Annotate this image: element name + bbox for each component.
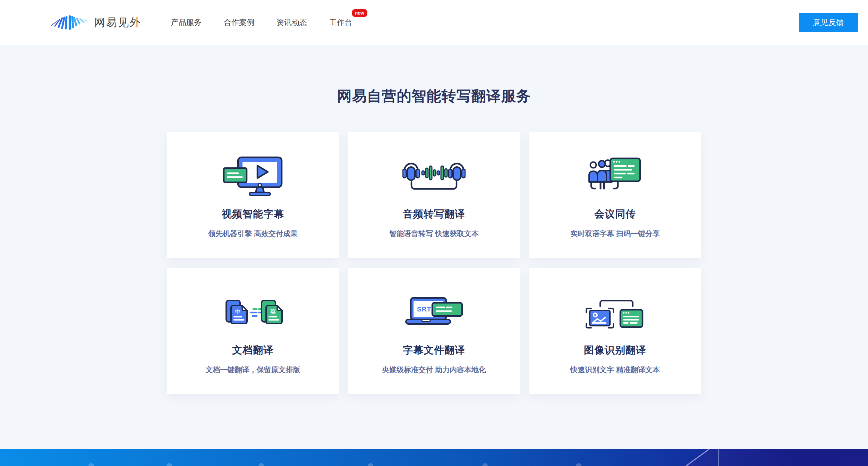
- nav-item-label: 工作台: [329, 18, 352, 27]
- footer-dot: [258, 463, 264, 466]
- doc-right-label: 英: [270, 309, 276, 315]
- card-subtitle: 文档一键翻译，保留原文排版: [206, 365, 300, 375]
- footer-dot: [167, 463, 172, 466]
- footer-dot: [88, 463, 94, 466]
- nav-item-products[interactable]: 产品服务: [171, 17, 202, 28]
- feedback-button[interactable]: 意见反馈: [799, 13, 858, 32]
- main-nav: 产品服务 合作案例 资讯动态 工作台 new: [171, 17, 374, 28]
- nav-item-label: 产品服务: [171, 18, 202, 27]
- card-title: 字幕文件翻译: [403, 343, 465, 357]
- service-card-grid: 视频智能字幕 领先机器引擎 高效交付成果: [167, 132, 701, 394]
- card-subtitle: 实时双语字幕 扫码一键分享: [570, 229, 660, 239]
- service-card-image-ocr[interactable]: 图像识别翻译 快速识别文字 精准翻译文本: [529, 268, 701, 394]
- footer-dot: [482, 463, 488, 466]
- footer-vertical-line: [718, 449, 719, 466]
- nav-item-label: 合作案例: [224, 18, 254, 27]
- brand-name: 网易见外: [94, 15, 142, 30]
- card-subtitle: 快速识别文字 精准翻译文本: [570, 365, 660, 375]
- service-card-audio-transcribe[interactable]: 音频转写翻译 智能语音转写 快速获取文本: [348, 132, 520, 258]
- card-title: 音频转写翻译: [403, 207, 465, 221]
- subtitle-file-translate-icon: SRT: [403, 291, 465, 333]
- meeting-interpretation-icon: [587, 155, 643, 197]
- footer-dot: [368, 463, 373, 466]
- document-translate-icon: 中 英: [223, 291, 283, 333]
- main-section: 网易自营的智能转写翻译服务 视频智能字幕: [0, 45, 868, 394]
- nav-item-cases[interactable]: 合作案例: [224, 17, 254, 28]
- card-title: 会议同传: [594, 207, 636, 221]
- service-card-subtitle-file[interactable]: SRT 字幕文件翻译 央媒级标准交付 助力内容本地化: [348, 268, 520, 394]
- new-badge: new: [352, 9, 367, 17]
- nav-item-news[interactable]: 资讯动态: [276, 17, 307, 28]
- nav-item-label: 资讯动态: [276, 18, 307, 27]
- audio-transcribe-icon: [402, 155, 466, 197]
- nav-item-workbench[interactable]: 工作台 new: [329, 17, 352, 28]
- footer-dark-panel: [674, 449, 868, 466]
- card-title: 图像识别翻译: [584, 343, 646, 357]
- brand-logo-icon: [49, 15, 90, 30]
- laptop-screen-label: SRT: [417, 306, 431, 313]
- card-title: 文档翻译: [232, 343, 274, 357]
- page-title: 网易自营的智能转写翻译服务: [0, 88, 868, 105]
- card-subtitle: 央媒级标准交付 助力内容本地化: [382, 365, 486, 375]
- brand[interactable]: 网易见外: [49, 15, 142, 30]
- image-ocr-translate-icon: [585, 291, 646, 333]
- card-title: 视频智能字幕: [222, 207, 284, 221]
- service-card-document[interactable]: 中 英: [167, 268, 339, 394]
- footer-banner: [0, 449, 868, 466]
- footer-dot: [576, 463, 581, 466]
- card-subtitle: 智能语音转写 快速获取文本: [389, 229, 479, 239]
- video-subtitle-icon: [223, 155, 283, 197]
- card-subtitle: 领先机器引擎 高效交付成果: [208, 229, 298, 239]
- service-card-meeting[interactable]: 会议同传 实时双语字幕 扫码一键分享: [529, 132, 701, 258]
- header: 网易见外 产品服务 合作案例 资讯动态 工作台 new 意见反馈: [0, 0, 868, 45]
- service-card-video-subtitle[interactable]: 视频智能字幕 领先机器引擎 高效交付成果: [167, 132, 339, 258]
- doc-left-label: 中: [235, 309, 241, 315]
